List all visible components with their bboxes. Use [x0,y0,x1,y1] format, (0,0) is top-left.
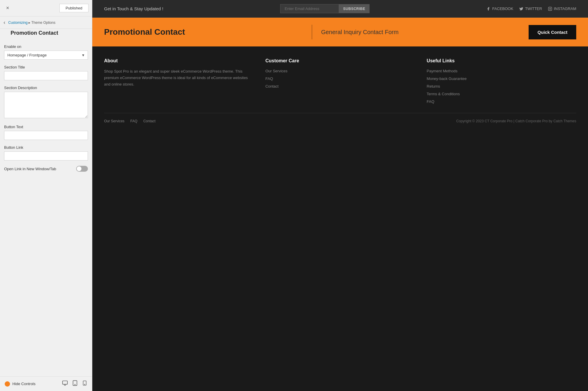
payment-methods-link[interactable]: Payment Methods [427,69,457,73]
open-new-window-label: Open Link in New Window/Tab [4,167,56,171]
social-links: FACEBOOK TWITTER INSTAGRAM [486,6,576,11]
promo-title: Promotional Contact [104,27,303,37]
promo-form-label: General Inquiry Contact Form [321,29,520,36]
footer-nav-faq[interactable]: FAQ [130,119,137,123]
button-text-group: Button Text [4,125,88,140]
facebook-link[interactable]: FACEBOOK [486,6,513,11]
list-item: FAQ [427,99,576,104]
enable-on-group: Enable on Homepage / Frontpage All Pages… [4,44,88,60]
button-text-label: Button Text [4,125,88,129]
faq-link-customer[interactable]: FAQ [265,76,273,81]
returns-link[interactable]: Returns [427,84,440,88]
twitter-link[interactable]: TWITTER [519,6,542,11]
footer-nav: Our Services FAQ Contact [104,119,156,123]
mobile-view-button[interactable] [82,380,87,387]
footer-customer-care-title: Customer Care [265,58,415,64]
footer-useful-links-widget: Useful Links Payment Methods Money-back … [427,58,576,104]
footer-useful-links-title: Useful Links [427,58,576,64]
hide-controls-button[interactable]: Hide Controls [5,381,36,387]
facebook-label: FACEBOOK [492,6,513,11]
published-button[interactable]: Published [59,4,88,12]
panel-footer: Hide Controls [0,376,92,391]
footer-about-title: About [104,58,254,64]
tablet-view-button[interactable] [72,380,78,387]
section-title-input[interactable] [4,71,88,80]
panel-nav: ‹ Customizing ▸ Theme Options [0,16,92,29]
hide-controls-label: Hide Controls [12,382,36,386]
newsletter-text: Get in Touch & Stay Updated ! [104,6,163,11]
contact-link[interactable]: Contact [265,84,279,88]
instagram-link[interactable]: INSTAGRAM [548,6,576,11]
footer-customer-care-links: Our Services FAQ Contact [265,68,415,89]
promo-banner: Promotional Contact General Inquiry Cont… [92,18,588,46]
section-title-label: Section Title [4,65,88,69]
open-new-window-toggle[interactable] [76,166,88,172]
list-item: Our Services [265,68,415,73]
list-item: Payment Methods [427,68,576,73]
list-item: Returns [427,83,576,89]
svg-rect-0 [63,381,68,385]
breadcrumb-parent[interactable]: Customizing [8,21,28,25]
footer-useful-links-links: Payment Methods Money-back Guarantee Ret… [427,68,576,104]
breadcrumb: Customizing ▸ Theme Options [8,21,56,25]
footer-about-text: Shop Spot Pro is an elegant and super sl… [104,68,254,88]
breadcrumb-separator: ▸ [29,21,31,25]
quick-contact-button[interactable]: Quick Contact [529,25,576,39]
enable-on-select-wrapper: Homepage / Frontpage All Pages Disabled … [4,51,88,60]
footer-copyright: Copyright © 2023 CT Corporate Pro | Catc… [456,119,576,123]
panel-title: Promotion Contact [0,29,92,40]
instagram-label: INSTAGRAM [554,6,576,11]
section-description-group: Section Description [4,86,88,119]
twitter-label: TWITTER [525,6,542,11]
list-item: Contact [265,83,415,89]
newsletter-form: SUBSCRIBE [280,4,369,13]
footer-about-widget: About Shop Spot Pro is an elegant and su… [104,58,254,104]
enable-on-select[interactable]: Homepage / Frontpage All Pages Disabled [4,51,88,60]
toggle-knob [77,166,81,171]
footer-bottom: Our Services FAQ Contact Copyright © 202… [104,113,576,123]
terms-conditions-link[interactable]: Terms & Conditions [427,92,460,96]
open-new-window-group: Open Link in New Window/Tab [4,166,88,172]
footer-nav-services[interactable]: Our Services [104,119,124,123]
subscribe-button[interactable]: SUBSCRIBE [339,4,369,13]
desktop-view-button[interactable] [62,380,68,387]
enable-on-label: Enable on [4,44,88,49]
newsletter-bar: Get in Touch & Stay Updated ! SUBSCRIBE … [92,0,588,18]
breadcrumb-child: Theme Options [31,21,56,25]
left-panel: × Published ‹ Customizing ▸ Theme Option… [0,0,92,391]
hide-controls-icon [5,381,10,387]
panel-header: × Published [0,0,92,16]
our-services-link[interactable]: Our Services [265,69,288,73]
svg-rect-5 [548,7,552,11]
svg-point-4 [84,384,85,385]
newsletter-email-input[interactable] [280,4,339,13]
view-icons [62,380,87,387]
section-description-label: Section Description [4,86,88,90]
faq-link-useful[interactable]: FAQ [427,99,434,104]
list-item: Money-back Guarantee [427,76,576,81]
close-button[interactable]: × [4,4,12,12]
toggle-row: Open Link in New Window/Tab [4,166,88,172]
footer-customer-care-widget: Customer Care Our Services FAQ Contact [265,58,415,104]
button-link-group: Button Link [4,145,88,161]
button-link-label: Button Link [4,145,88,150]
footer-nav-contact[interactable]: Contact [143,119,155,123]
button-link-input[interactable] [4,151,88,161]
list-item: Terms & Conditions [427,91,576,96]
list-item: FAQ [265,76,415,81]
promo-divider [312,25,312,39]
svg-point-2 [75,384,75,385]
section-title-group: Section Title [4,65,88,80]
back-button[interactable]: ‹ [4,19,5,26]
money-back-link[interactable]: Money-back Guarantee [427,76,467,81]
footer-widgets: About Shop Spot Pro is an elegant and su… [104,58,576,113]
right-panel: Get in Touch & Stay Updated ! SUBSCRIBE … [92,0,588,391]
button-text-input[interactable] [4,131,88,140]
panel-body: Enable on Homepage / Frontpage All Pages… [0,40,92,376]
site-footer: About Shop Spot Pro is an elegant and su… [92,46,588,391]
section-description-textarea[interactable] [4,92,88,118]
